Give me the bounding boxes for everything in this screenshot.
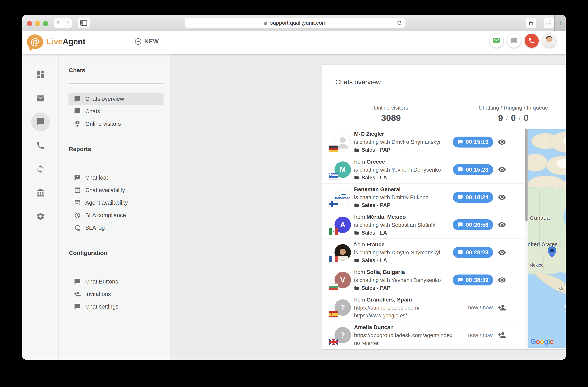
sidebar-item-chat-settings[interactable]: Chat settings [68,300,164,313]
invite-visitor-icon[interactable] [497,303,506,312]
google-logo[interactable]: Google [530,338,554,346]
chat-row[interactable]: ? Amelia Duncan https://gpxgroup.ladesk.… [322,321,525,349]
close-window-button[interactable] [27,21,32,26]
chats-button[interactable] [507,34,521,48]
sidebar-item-online-visitors[interactable]: Online visitors [68,118,164,130]
app-header: @ LiveAgent NEW [22,31,566,54]
sidebar-item-invitations[interactable]: Invitations [68,288,164,300]
rail-settings[interactable] [31,207,50,226]
screen: support.qualityunit.com + @ LiveAgent NE… [0,0,588,387]
sidebar-item-chat-load[interactable]: Chat load [68,172,164,184]
sidebar-item-chats-overview[interactable]: Chats overview [68,92,164,105]
view-chat-icon[interactable] [498,276,506,284]
address-bar[interactable]: support.qualityunit.com [185,18,405,28]
chat-row[interactable]: M from Greece is chatting with Yevhenii … [322,156,525,183]
liveagent-logo[interactable]: @ LiveAgent [27,34,85,49]
invite-visitor-icon[interactable] [497,331,506,340]
brand-name: LiveAgent [46,37,85,46]
sidebar-icon [80,20,87,26]
chat-duration-badge: 00:15:23 [453,164,493,175]
share-button[interactable] [526,18,536,28]
view-chat-icon[interactable] [498,221,506,229]
zoom-window-button[interactable] [43,21,48,26]
new-tab-button[interactable]: + [554,15,566,31]
share-icon [528,20,534,26]
browser-window: support.qualityunit.com + @ LiveAgent NE… [22,15,566,360]
chat-icon [458,139,463,145]
chat-row[interactable]: V from Sofia, Bulgaria is chatting with … [322,266,525,294]
sidebar-item-chat-buttons[interactable]: Chat Buttons [68,275,164,288]
rail-academy[interactable] [31,183,50,202]
lock-icon [263,20,268,25]
sidebar-item-agent-availability[interactable]: Agent availability [68,196,164,209]
minimize-window-button[interactable] [35,21,40,26]
view-chat-icon[interactable] [498,166,506,174]
sidebar-toggle-button[interactable] [78,18,90,28]
stat-chatting-ringing-queue: Chatting / Ringing / In queue 9/0/0 [460,100,566,128]
reload-button[interactable] [397,20,402,27]
map-markers [528,129,566,348]
sidebar-item-label: Chats [85,108,100,115]
divider [69,162,164,162]
chat-icon [36,117,45,126]
sidebar-section-configuration: Configuration [59,250,170,256]
user-photo [542,34,556,48]
chevron-left-icon [56,20,61,25]
chat-alert-icon [74,174,81,181]
sidebar-item-label: Invitations [85,291,111,297]
sidebar-item-label: Chat Buttons [85,279,118,285]
sidebar-item-label: SLA compliance [85,212,126,218]
rail-dashboard[interactable] [31,65,50,84]
sidebar-item-label: Chats overview [85,96,124,102]
rail-tickets[interactable] [31,89,50,108]
scrollbar-thumb[interactable] [525,129,527,221]
view-chat-icon[interactable] [498,138,506,146]
chat-duration-badge: 00:20:56 [453,219,493,230]
chat-duration-badge: 00:15:19 [453,137,493,148]
chat-row[interactable]: ? from Granollers, Spain https://support… [322,294,525,321]
visit-time: now / now [468,304,493,311]
map-pin-chat[interactable] [547,246,557,259]
phone-icon [528,37,535,44]
chat-row[interactable]: from France is chatting with Dmytro Shym… [322,238,525,266]
folder-icon [354,203,359,208]
rail-chats[interactable] [31,112,50,131]
scrollbar[interactable] [525,128,528,349]
tickets-button[interactable] [489,34,504,48]
chat-icon [74,108,81,115]
phone-icon [36,141,45,150]
sidebar-section-chats: Chats [59,67,170,74]
sidebar-item-chat-availability[interactable]: Chat availability [68,184,164,196]
sidebar-item-label: Agent availability [85,200,128,206]
visitors-map[interactable]: GreenlandIcelandFinlandNorwaySwedenCanad… [528,129,566,348]
chat-row[interactable]: A from Mérida, Mexico is chatting with S… [322,211,525,238]
liveagent-bubble-icon: @ [27,34,43,49]
sidebar: Chats Chats overview Chats Online visito… [59,54,170,360]
forward-button[interactable] [63,18,72,28]
chat-row[interactable]: M-O Ziegler is chatting with Dmytro Shym… [322,128,525,156]
chat-icon [74,303,81,310]
settings-gear-icon [36,212,45,221]
visit-time: now / now [468,332,493,338]
content-area: Chats Chats overview Chats Online visito… [22,54,566,360]
chat-icon [74,278,81,285]
sidebar-item-chats[interactable]: Chats [68,105,164,118]
country-flag-germany [329,146,338,152]
calendar-check-icon [74,199,81,206]
page-title: Chats overview [335,78,381,86]
back-button[interactable] [54,18,63,28]
country-flag-uk [329,339,338,345]
new-button[interactable]: NEW [135,38,159,45]
sidebar-item-sla-compliance[interactable]: SLA compliance [68,209,164,221]
user-avatar[interactable] [542,34,556,48]
view-chat-icon[interactable] [498,248,506,257]
show-tabs-button[interactable] [544,18,554,28]
sidebar-item-sla-log[interactable]: SLA log [68,221,164,234]
main-area: Chats overview Online visitors 3089 Chat… [170,54,566,360]
rail-calls[interactable] [31,136,50,155]
alarm-icon [74,212,81,219]
chat-row[interactable]: benemen Benemen General is chatting with… [322,183,525,211]
calls-button[interactable] [525,34,539,48]
rail-sync[interactable] [31,160,50,179]
view-chat-icon[interactable] [498,193,506,201]
